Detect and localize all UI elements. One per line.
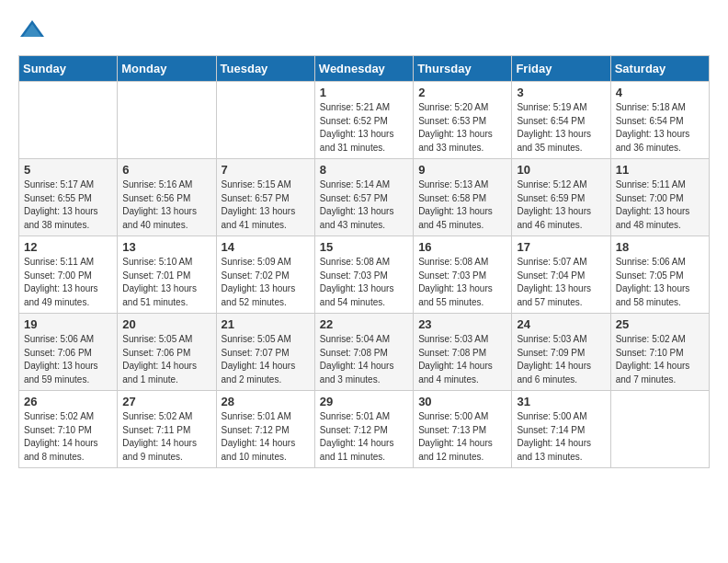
calendar-cell: 7Sunrise: 5:15 AMSunset: 6:57 PMDaylight… — [216, 159, 314, 236]
calendar-cell — [19, 82, 118, 159]
calendar-cell: 10Sunrise: 5:12 AMSunset: 6:59 PMDayligh… — [512, 159, 610, 236]
calendar-cell — [118, 82, 216, 159]
cell-content: Sunrise: 5:16 AMSunset: 6:56 PMDaylight:… — [122, 178, 210, 232]
day-number: 3 — [517, 86, 605, 99]
cell-content: Sunrise: 5:21 AMSunset: 6:52 PMDaylight:… — [320, 101, 408, 155]
day-number: 8 — [320, 163, 408, 177]
calendar-cell: 22Sunrise: 5:04 AMSunset: 7:08 PMDayligh… — [314, 314, 413, 391]
calendar-cell: 25Sunrise: 5:02 AMSunset: 7:10 PMDayligh… — [610, 314, 709, 391]
cell-content: Sunrise: 5:03 AMSunset: 7:08 PMDaylight:… — [418, 333, 506, 386]
calendar-cell: 26Sunrise: 5:02 AMSunset: 7:10 PMDayligh… — [19, 391, 118, 468]
calendar-cell — [610, 391, 709, 468]
day-number: 23 — [418, 317, 506, 331]
calendar-cell: 5Sunrise: 5:17 AMSunset: 6:55 PMDaylight… — [19, 159, 118, 236]
day-number: 5 — [24, 163, 112, 177]
day-number: 17 — [517, 240, 605, 254]
cell-content: Sunrise: 5:10 AMSunset: 7:01 PMDaylight:… — [122, 256, 210, 309]
calendar-cell: 21Sunrise: 5:05 AMSunset: 7:07 PMDayligh… — [216, 314, 314, 391]
calendar-cell: 29Sunrise: 5:01 AMSunset: 7:12 PMDayligh… — [314, 391, 413, 468]
day-number: 25 — [616, 317, 704, 331]
day-number: 29 — [320, 395, 408, 408]
cell-content: Sunrise: 5:11 AMSunset: 7:00 PMDaylight:… — [24, 256, 112, 309]
day-header-saturday: Saturday — [610, 56, 709, 82]
cell-content: Sunrise: 5:20 AMSunset: 6:53 PMDaylight:… — [418, 101, 506, 155]
cell-content: Sunrise: 5:00 AMSunset: 7:13 PMDaylight:… — [418, 410, 506, 464]
day-number: 11 — [616, 163, 704, 177]
cell-content: Sunrise: 5:11 AMSunset: 7:00 PMDaylight:… — [616, 178, 704, 232]
day-header-sunday: Sunday — [19, 56, 118, 82]
day-number: 26 — [24, 395, 112, 408]
day-number: 28 — [222, 395, 310, 408]
day-number: 30 — [418, 395, 506, 408]
calendar-cell: 13Sunrise: 5:10 AMSunset: 7:01 PMDayligh… — [118, 236, 216, 314]
calendar-cell: 11Sunrise: 5:11 AMSunset: 7:00 PMDayligh… — [610, 159, 709, 236]
cell-content: Sunrise: 5:13 AMSunset: 6:58 PMDaylight:… — [418, 178, 506, 232]
calendar-cell: 18Sunrise: 5:06 AMSunset: 7:05 PMDayligh… — [610, 236, 709, 314]
calendar-cell: 9Sunrise: 5:13 AMSunset: 6:58 PMDaylight… — [414, 159, 512, 236]
calendar-cell: 12Sunrise: 5:11 AMSunset: 7:00 PMDayligh… — [19, 236, 118, 314]
calendar-cell: 2Sunrise: 5:20 AMSunset: 6:53 PMDaylight… — [414, 82, 512, 159]
calendar-week-2: 5Sunrise: 5:17 AMSunset: 6:55 PMDaylight… — [19, 159, 710, 236]
calendar-cell: 27Sunrise: 5:02 AMSunset: 7:11 PMDayligh… — [118, 391, 216, 468]
day-header-wednesday: Wednesday — [314, 56, 413, 82]
day-number: 24 — [517, 317, 605, 331]
calendar-cell: 20Sunrise: 5:05 AMSunset: 7:06 PMDayligh… — [118, 314, 216, 391]
logo — [18, 18, 50, 40]
cell-content: Sunrise: 5:01 AMSunset: 7:12 PMDaylight:… — [320, 410, 408, 464]
cell-content: Sunrise: 5:18 AMSunset: 6:54 PMDaylight:… — [616, 101, 704, 155]
cell-content: Sunrise: 5:17 AMSunset: 6:55 PMDaylight:… — [24, 178, 112, 232]
day-number: 7 — [222, 163, 310, 177]
calendar-cell: 4Sunrise: 5:18 AMSunset: 6:54 PMDaylight… — [610, 82, 709, 159]
day-number: 2 — [418, 86, 506, 99]
cell-content: Sunrise: 5:09 AMSunset: 7:02 PMDaylight:… — [222, 256, 310, 309]
day-number: 27 — [122, 395, 210, 408]
calendar-cell: 3Sunrise: 5:19 AMSunset: 6:54 PMDaylight… — [512, 82, 610, 159]
calendar-cell: 19Sunrise: 5:06 AMSunset: 7:06 PMDayligh… — [19, 314, 118, 391]
calendar-week-3: 12Sunrise: 5:11 AMSunset: 7:00 PMDayligh… — [19, 236, 710, 314]
calendar-table: SundayMondayTuesdayWednesdayThursdayFrid… — [18, 55, 710, 468]
cell-content: Sunrise: 5:05 AMSunset: 7:07 PMDaylight:… — [222, 333, 310, 386]
calendar-week-5: 26Sunrise: 5:02 AMSunset: 7:10 PMDayligh… — [19, 391, 710, 468]
day-number: 16 — [418, 240, 506, 254]
day-number: 31 — [517, 395, 605, 408]
calendar-cell: 28Sunrise: 5:01 AMSunset: 7:12 PMDayligh… — [216, 391, 314, 468]
cell-content: Sunrise: 5:06 AMSunset: 7:05 PMDaylight:… — [616, 256, 704, 309]
day-number: 1 — [320, 86, 408, 99]
calendar-cell: 14Sunrise: 5:09 AMSunset: 7:02 PMDayligh… — [216, 236, 314, 314]
calendar-cell: 23Sunrise: 5:03 AMSunset: 7:08 PMDayligh… — [414, 314, 512, 391]
day-number: 15 — [320, 240, 408, 254]
calendar-header-row: SundayMondayTuesdayWednesdayThursdayFrid… — [19, 56, 710, 82]
day-number: 12 — [24, 240, 112, 254]
day-number: 9 — [418, 163, 506, 177]
calendar-cell: 1Sunrise: 5:21 AMSunset: 6:52 PMDaylight… — [314, 82, 413, 159]
logo-icon — [18, 18, 46, 40]
calendar-week-4: 19Sunrise: 5:06 AMSunset: 7:06 PMDayligh… — [19, 314, 710, 391]
day-number: 14 — [222, 240, 310, 254]
cell-content: Sunrise: 5:19 AMSunset: 6:54 PMDaylight:… — [517, 101, 605, 155]
page-header — [18, 18, 710, 40]
cell-content: Sunrise: 5:07 AMSunset: 7:04 PMDaylight:… — [517, 256, 605, 309]
cell-content: Sunrise: 5:02 AMSunset: 7:10 PMDaylight:… — [616, 333, 704, 386]
day-number: 20 — [122, 317, 210, 331]
calendar-cell: 31Sunrise: 5:00 AMSunset: 7:14 PMDayligh… — [512, 391, 610, 468]
calendar-cell: 16Sunrise: 5:08 AMSunset: 7:03 PMDayligh… — [414, 236, 512, 314]
cell-content: Sunrise: 5:04 AMSunset: 7:08 PMDaylight:… — [320, 333, 408, 386]
day-number: 13 — [122, 240, 210, 254]
day-number: 19 — [24, 317, 112, 331]
day-number: 18 — [616, 240, 704, 254]
cell-content: Sunrise: 5:12 AMSunset: 6:59 PMDaylight:… — [517, 178, 605, 232]
day-number: 4 — [616, 86, 704, 99]
calendar-cell — [216, 82, 314, 159]
calendar-cell: 15Sunrise: 5:08 AMSunset: 7:03 PMDayligh… — [314, 236, 413, 314]
cell-content: Sunrise: 5:08 AMSunset: 7:03 PMDaylight:… — [418, 256, 506, 309]
calendar-cell: 24Sunrise: 5:03 AMSunset: 7:09 PMDayligh… — [512, 314, 610, 391]
cell-content: Sunrise: 5:03 AMSunset: 7:09 PMDaylight:… — [517, 333, 605, 386]
calendar-cell: 6Sunrise: 5:16 AMSunset: 6:56 PMDaylight… — [118, 159, 216, 236]
cell-content: Sunrise: 5:14 AMSunset: 6:57 PMDaylight:… — [320, 178, 408, 232]
calendar-week-1: 1Sunrise: 5:21 AMSunset: 6:52 PMDaylight… — [19, 82, 710, 159]
day-header-thursday: Thursday — [414, 56, 512, 82]
cell-content: Sunrise: 5:00 AMSunset: 7:14 PMDaylight:… — [517, 410, 605, 464]
cell-content: Sunrise: 5:02 AMSunset: 7:11 PMDaylight:… — [122, 410, 210, 464]
day-number: 22 — [320, 317, 408, 331]
cell-content: Sunrise: 5:08 AMSunset: 7:03 PMDaylight:… — [320, 256, 408, 309]
